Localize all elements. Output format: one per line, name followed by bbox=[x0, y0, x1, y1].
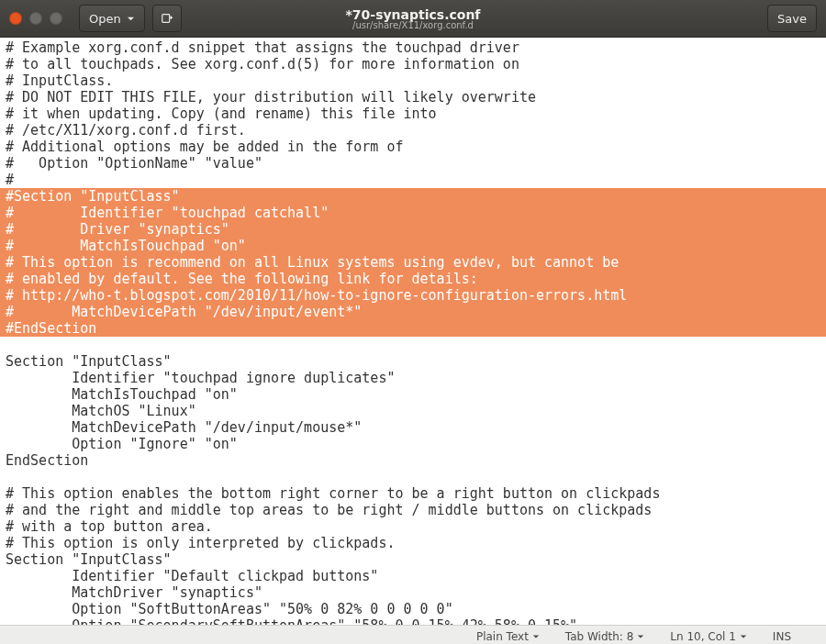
maximize-icon[interactable] bbox=[50, 12, 62, 25]
language-label: Plain Text bbox=[476, 630, 529, 643]
save-button[interactable]: Save bbox=[767, 5, 817, 32]
editor-line[interactable]: # This option enables the bottom right c… bbox=[6, 485, 826, 502]
editor-line[interactable]: Option "SoftButtonAreas" "50% 0 82% 0 0 … bbox=[6, 601, 826, 617]
editor-line[interactable] bbox=[6, 337, 826, 353]
editor-line[interactable]: # to all touchpads. See xorg.conf.d(5) f… bbox=[6, 56, 826, 72]
editor-line[interactable]: # and the right and middle top areas to … bbox=[6, 502, 826, 518]
save-label: Save bbox=[777, 12, 807, 26]
editor-line[interactable]: # MatchDevicePath "/dev/input/event*" bbox=[0, 304, 826, 320]
chevron-down-icon bbox=[637, 633, 644, 640]
insert-mode-label: INS bbox=[773, 630, 791, 643]
editor-line[interactable]: Section "InputClass" bbox=[6, 551, 826, 568]
editor-line[interactable]: # This option is only interpreted by cli… bbox=[6, 535, 826, 551]
tab-width-selector[interactable]: Tab Width: 8 bbox=[565, 630, 644, 643]
editor-line[interactable]: MatchDriver "synaptics" bbox=[6, 584, 826, 601]
editor-line[interactable]: MatchDevicePath "/dev/input/mouse*" bbox=[6, 419, 826, 436]
editor-line[interactable]: # Option "OptionName" "value" bbox=[6, 155, 826, 172]
editor-line[interactable]: MatchOS "Linux" bbox=[6, 403, 826, 419]
chevron-down-icon bbox=[740, 633, 747, 640]
statusbar: Plain Text Tab Width: 8 Ln 10, Col 1 INS bbox=[0, 625, 826, 644]
svg-rect-0 bbox=[162, 15, 169, 23]
text-editor[interactable]: # Example xorg.conf.d snippet that assig… bbox=[0, 38, 826, 625]
toolbar-left: Open bbox=[79, 5, 182, 32]
editor-line[interactable]: Identifier "touchpad ignore duplicates" bbox=[6, 370, 826, 386]
titlebar: Open *70-synaptics.conf /usr/share/X11/x… bbox=[0, 0, 826, 38]
cursor-position-selector[interactable]: Ln 10, Col 1 bbox=[670, 630, 747, 643]
editor-line[interactable]: Option "Ignore" "on" bbox=[6, 436, 826, 452]
cursor-position-label: Ln 10, Col 1 bbox=[670, 630, 736, 643]
editor-line[interactable]: Section "InputClass" bbox=[6, 353, 826, 370]
editor-line[interactable]: # InputClass. bbox=[6, 72, 826, 89]
editor-line[interactable]: # Additional options may be added in the… bbox=[6, 139, 826, 155]
editor-line[interactable]: Option "SecondarySoftButtonAreas" "58% 0… bbox=[6, 617, 826, 625]
editor-line[interactable]: EndSection bbox=[6, 452, 826, 469]
editor-line[interactable]: # DO NOT EDIT THIS FILE, your distributi… bbox=[6, 89, 826, 105]
close-icon[interactable] bbox=[9, 12, 22, 25]
editor-line[interactable]: # This option is recommend on all Linux … bbox=[0, 254, 826, 271]
editor-line[interactable]: # http://who-t.blogspot.com/2010/11/how-… bbox=[0, 287, 826, 304]
window-controls bbox=[0, 12, 62, 25]
open-label: Open bbox=[89, 12, 121, 26]
editor-line[interactable] bbox=[6, 469, 826, 485]
editor-line[interactable]: # Identifier "touchpad catchall" bbox=[0, 205, 826, 221]
editor-line[interactable]: # /etc/X11/xorg.conf.d first. bbox=[6, 122, 826, 139]
toolbar-right: Save bbox=[767, 5, 826, 32]
editor-line[interactable]: # MatchIsTouchpad "on" bbox=[0, 238, 826, 254]
editor-line[interactable]: #Section "InputClass" bbox=[0, 188, 826, 205]
editor-line[interactable]: # Driver "synaptics" bbox=[0, 221, 826, 238]
editor-line[interactable]: MatchIsTouchpad "on" bbox=[6, 386, 826, 403]
editor-line[interactable]: # it when updating. Copy (and rename) th… bbox=[6, 105, 826, 122]
minimize-icon[interactable] bbox=[29, 12, 42, 25]
editor-line[interactable]: # enabled by default. See the following … bbox=[0, 271, 826, 287]
editor-line[interactable]: # bbox=[6, 172, 826, 188]
editor-line[interactable]: # Example xorg.conf.d snippet that assig… bbox=[6, 39, 826, 56]
new-tab-icon bbox=[161, 12, 173, 25]
tab-width-label: Tab Width: 8 bbox=[565, 630, 633, 643]
editor-line[interactable]: Identifier "Default clickpad buttons" bbox=[6, 568, 826, 584]
editor-line[interactable]: # with a top button area. bbox=[6, 518, 826, 535]
editor-line[interactable]: #EndSection bbox=[0, 320, 826, 337]
chevron-down-icon bbox=[532, 633, 540, 640]
language-selector[interactable]: Plain Text bbox=[476, 630, 540, 643]
open-button[interactable]: Open bbox=[79, 5, 145, 32]
chevron-down-icon bbox=[127, 15, 135, 23]
new-tab-button[interactable] bbox=[152, 5, 182, 32]
